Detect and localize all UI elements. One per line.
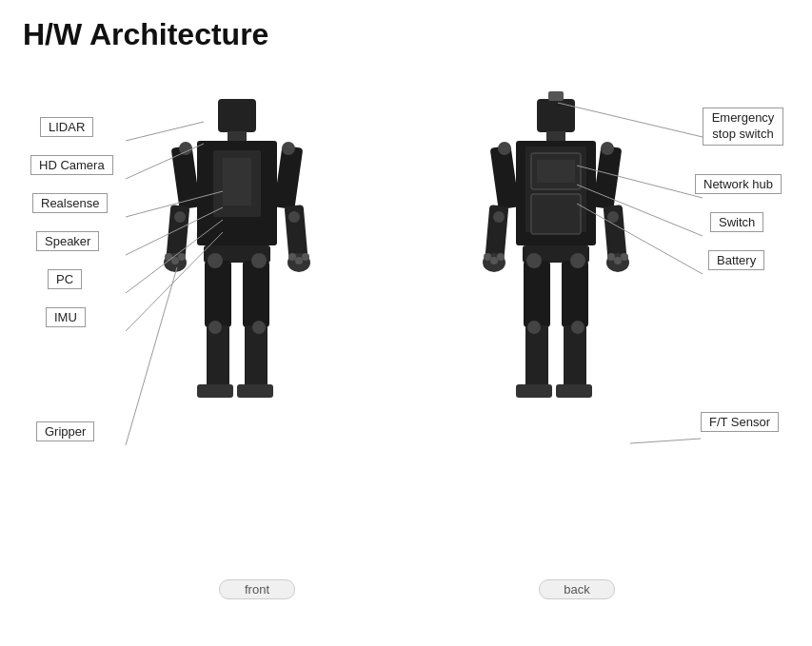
svg-rect-9 — [285, 205, 308, 259]
svg-rect-8 — [274, 146, 304, 209]
svg-rect-40 — [485, 205, 509, 259]
svg-rect-48 — [516, 384, 552, 398]
svg-line-71 — [126, 220, 223, 293]
svg-rect-6 — [167, 205, 190, 259]
svg-rect-11 — [204, 245, 270, 263]
svg-rect-43 — [604, 205, 627, 259]
svg-rect-42 — [593, 146, 623, 209]
svg-point-56 — [526, 253, 542, 268]
svg-point-57 — [570, 253, 585, 268]
svg-rect-0 — [218, 99, 256, 132]
svg-rect-4 — [223, 158, 251, 206]
svg-point-54 — [493, 211, 505, 223]
svg-rect-39 — [490, 146, 520, 209]
svg-line-74 — [558, 103, 703, 137]
svg-point-29 — [288, 253, 296, 261]
svg-rect-50 — [564, 325, 586, 387]
label-imu: IMU — [46, 307, 86, 327]
svg-point-53 — [601, 142, 614, 155]
svg-rect-15 — [243, 261, 269, 327]
svg-point-63 — [497, 253, 505, 261]
label-gripper: Gripper — [36, 421, 94, 441]
svg-line-70 — [126, 207, 223, 255]
svg-rect-12 — [205, 261, 231, 327]
svg-rect-3 — [213, 150, 261, 217]
label-emergency-stop: Emergencystop switch — [703, 108, 783, 146]
svg-line-67 — [126, 122, 204, 141]
svg-rect-13 — [207, 325, 229, 387]
svg-rect-5 — [171, 146, 201, 209]
label-lidar: LIDAR — [40, 117, 93, 137]
label-switch: Switch — [710, 212, 763, 232]
svg-point-66 — [621, 253, 628, 261]
svg-point-20 — [174, 211, 186, 223]
svg-rect-14 — [197, 384, 233, 398]
svg-point-44 — [606, 253, 629, 272]
svg-line-69 — [126, 191, 223, 217]
label-pc: PC — [48, 269, 82, 289]
svg-rect-49 — [562, 261, 588, 327]
svg-rect-45 — [523, 245, 589, 263]
svg-line-68 — [126, 144, 204, 179]
svg-rect-17 — [237, 384, 273, 398]
svg-point-18 — [179, 142, 192, 155]
svg-point-23 — [251, 253, 267, 268]
svg-point-65 — [614, 257, 622, 264]
svg-point-27 — [171, 257, 179, 264]
svg-point-26 — [165, 253, 172, 261]
svg-line-78 — [630, 439, 701, 443]
caption-back: back — [539, 579, 615, 599]
svg-line-75 — [577, 166, 703, 198]
back-robot — [483, 91, 629, 398]
svg-point-28 — [178, 253, 186, 261]
svg-line-73 — [126, 267, 177, 445]
svg-point-59 — [571, 321, 584, 334]
label-speaker: Speaker — [36, 231, 99, 251]
page: H/W Architecture — [0, 0, 812, 646]
label-network-hub: Network hub — [695, 174, 782, 194]
label-hd-camera: HD Camera — [30, 155, 113, 175]
svg-point-62 — [490, 257, 498, 264]
svg-point-31 — [302, 253, 309, 261]
svg-rect-34 — [516, 141, 596, 245]
page-title: H/W Architecture — [23, 17, 789, 52]
label-battery: Battery — [708, 250, 764, 270]
svg-point-52 — [498, 142, 511, 155]
svg-point-41 — [483, 253, 505, 272]
caption-front: front — [219, 579, 295, 599]
svg-rect-47 — [525, 325, 548, 387]
svg-rect-46 — [524, 261, 550, 327]
front-robot — [164, 99, 310, 398]
svg-rect-36 — [531, 153, 581, 189]
svg-point-24 — [208, 321, 222, 334]
svg-point-10 — [287, 253, 310, 272]
svg-line-72 — [126, 232, 223, 331]
svg-point-64 — [607, 253, 615, 261]
svg-rect-16 — [245, 325, 267, 387]
svg-point-58 — [527, 321, 541, 334]
svg-line-76 — [577, 185, 703, 236]
svg-line-77 — [577, 204, 703, 274]
svg-rect-2 — [197, 141, 277, 245]
svg-point-19 — [282, 142, 295, 155]
svg-rect-32 — [537, 99, 575, 132]
svg-point-30 — [295, 257, 303, 264]
svg-point-61 — [484, 253, 491, 261]
svg-point-21 — [288, 211, 300, 223]
label-realsense: Realsense — [32, 193, 108, 213]
label-ft-sensor: F/T Sensor — [701, 412, 779, 432]
svg-point-25 — [252, 321, 266, 334]
svg-point-7 — [164, 253, 187, 272]
diagram-area: LIDAR HD Camera Realsense Speaker PC IMU… — [23, 68, 789, 610]
diagram-svg — [23, 68, 789, 610]
svg-rect-35 — [525, 147, 586, 232]
svg-point-55 — [607, 211, 619, 223]
svg-rect-60 — [548, 91, 564, 101]
svg-point-22 — [208, 253, 223, 268]
svg-rect-1 — [228, 131, 247, 141]
svg-rect-38 — [531, 194, 581, 234]
svg-rect-51 — [556, 384, 592, 398]
svg-rect-33 — [546, 131, 565, 141]
svg-rect-37 — [537, 160, 575, 183]
